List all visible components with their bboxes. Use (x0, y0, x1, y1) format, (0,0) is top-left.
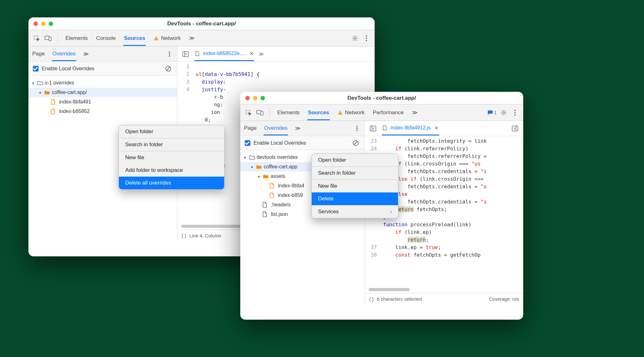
folder-open-icon (256, 164, 262, 169)
tree-root[interactable]: v-1 overrides (28, 78, 177, 88)
svg-rect-4 (156, 39, 157, 40)
close-icon[interactable] (34, 22, 38, 26)
svg-rect-17 (257, 110, 261, 114)
context-menu: Open folder Search in folder New file De… (311, 153, 398, 218)
warning-icon (153, 35, 159, 41)
svg-point-9 (169, 52, 170, 53)
svg-point-7 (366, 38, 367, 39)
chat-icon (487, 110, 493, 115)
minimize-icon[interactable] (41, 22, 46, 26)
panel-toggle-left-icon[interactable] (181, 50, 190, 59)
tab-more[interactable]: ≫ (188, 30, 195, 46)
kebab-icon[interactable] (362, 34, 371, 43)
traffic-lights[interactable] (34, 22, 53, 26)
file-icon (262, 202, 267, 208)
menu-search-folder[interactable]: Search in folder (119, 138, 224, 151)
context-menu: Open folder Search in folder New file Ad… (119, 125, 224, 190)
titlebar: DevTools - coffee-cart.app/ (240, 92, 523, 104)
status-selection: 6 characters selected (377, 296, 422, 302)
editor-tab-active[interactable]: index-b859522e.... ✕ (194, 47, 255, 61)
subtab-page[interactable]: Page (243, 121, 257, 135)
menu-add-folder[interactable]: Add folder to workspace (119, 164, 224, 177)
subtab-page[interactable]: Page (32, 47, 46, 61)
close-tab-icon[interactable]: ✕ (432, 125, 439, 131)
enable-overrides-label: Enable Local Overrides (254, 140, 306, 146)
panel-toggle-left-icon[interactable] (369, 124, 377, 133)
menu-open-folder[interactable]: Open folder (312, 154, 398, 166)
folder-open-icon (44, 90, 50, 95)
device-toolbar-icon[interactable] (255, 108, 264, 117)
kebab-icon[interactable] (165, 50, 174, 59)
editor-tab-active[interactable]: index-8bfa4912.js ✕ (382, 122, 439, 135)
enable-overrides-checkbox[interactable] (245, 140, 250, 146)
tree-file-2[interactable]: index-b85952 (28, 107, 177, 116)
tab-network[interactable]: Network (337, 105, 365, 120)
file-tree: v-1 overrides coffee-cart.app/ index-8bf… (28, 76, 177, 119)
close-icon[interactable] (245, 96, 250, 100)
devtools-window-b: DevTools - coffee-cart.app/ Elements Sou… (240, 92, 523, 320)
menu-services[interactable]: Services› (312, 205, 398, 218)
window-title: DevTools - coffee-cart.app/ (28, 21, 375, 27)
editor-scrollbar[interactable] (369, 288, 410, 291)
svg-rect-1 (45, 36, 49, 40)
messages-badge[interactable]: 1 (487, 110, 497, 115)
minimize-icon[interactable] (253, 96, 257, 100)
enable-overrides-label: Enable Local Overrides (42, 66, 94, 72)
svg-rect-20 (340, 114, 340, 114)
menu-open-folder[interactable]: Open folder (119, 125, 224, 138)
clear-icon[interactable] (164, 64, 173, 73)
svg-point-27 (356, 130, 358, 131)
menu-delete[interactable]: Delete (312, 192, 398, 205)
svg-point-6 (366, 35, 367, 37)
file-icon (262, 211, 267, 217)
tab-network[interactable]: Network (153, 31, 181, 46)
enable-overrides-checkbox[interactable] (33, 66, 39, 72)
svg-line-13 (166, 67, 170, 71)
tree-domain[interactable]: coffee-cart.app/ (28, 88, 177, 97)
tab-console[interactable]: Console (95, 31, 116, 46)
file-icon (383, 125, 387, 130)
tab-elements[interactable]: Elements (65, 31, 89, 46)
panel-toggle-right-icon[interactable] (511, 124, 519, 133)
tab-more[interactable]: ≫ (411, 105, 418, 120)
kebab-icon[interactable] (353, 124, 361, 133)
traffic-lights[interactable] (245, 96, 265, 100)
tab-elements[interactable]: Elements (277, 105, 300, 120)
inspect-icon[interactable] (32, 34, 41, 43)
subtab-overrides[interactable]: Overrides (264, 121, 288, 135)
menu-search-folder[interactable]: Search in folder (312, 166, 398, 179)
gear-icon[interactable] (499, 108, 508, 117)
main-toolbar: Elements Console Sources Network ≫ (28, 30, 375, 47)
svg-rect-3 (156, 38, 157, 39)
svg-point-10 (169, 53, 170, 55)
device-toolbar-icon[interactable] (44, 34, 52, 43)
tab-performance[interactable]: Performance (372, 105, 404, 120)
kebab-icon[interactable] (511, 108, 519, 117)
menu-new-file[interactable]: New file (312, 179, 398, 192)
file-icon (195, 51, 199, 56)
braces-icon[interactable]: { } (369, 296, 374, 302)
svg-point-21 (503, 112, 505, 114)
close-tab-icon[interactable]: ✕ (247, 51, 254, 57)
tree-file-1[interactable]: index-8bfa491 (28, 97, 177, 107)
subtab-more[interactable]: ≫ (294, 121, 301, 135)
file-icon (269, 192, 274, 198)
tab-sources[interactable]: Sources (307, 105, 330, 120)
editor-tab-more[interactable]: ≫ (259, 51, 264, 57)
subtab-overrides[interactable]: Overrides (52, 47, 77, 61)
braces-icon[interactable]: { } (182, 233, 186, 238)
subtab-more[interactable]: ≫ (83, 47, 89, 61)
menu-new-file[interactable]: New file (119, 151, 224, 164)
svg-rect-19 (340, 112, 340, 113)
status-coverage: Coverage: n/a (489, 296, 519, 302)
menu-delete-all-overrides[interactable]: Delete all overrides (119, 177, 224, 189)
maximize-icon[interactable] (261, 96, 265, 100)
clear-icon[interactable] (351, 139, 360, 147)
folder-open-icon (263, 174, 269, 179)
inspect-icon[interactable] (244, 108, 253, 117)
tab-sources[interactable]: Sources (123, 31, 146, 46)
gear-icon[interactable] (351, 34, 359, 43)
editor-tabstrip: index-b859522e.... ✕ ≫ (177, 47, 375, 62)
warning-icon (337, 110, 343, 116)
maximize-icon[interactable] (49, 22, 53, 26)
